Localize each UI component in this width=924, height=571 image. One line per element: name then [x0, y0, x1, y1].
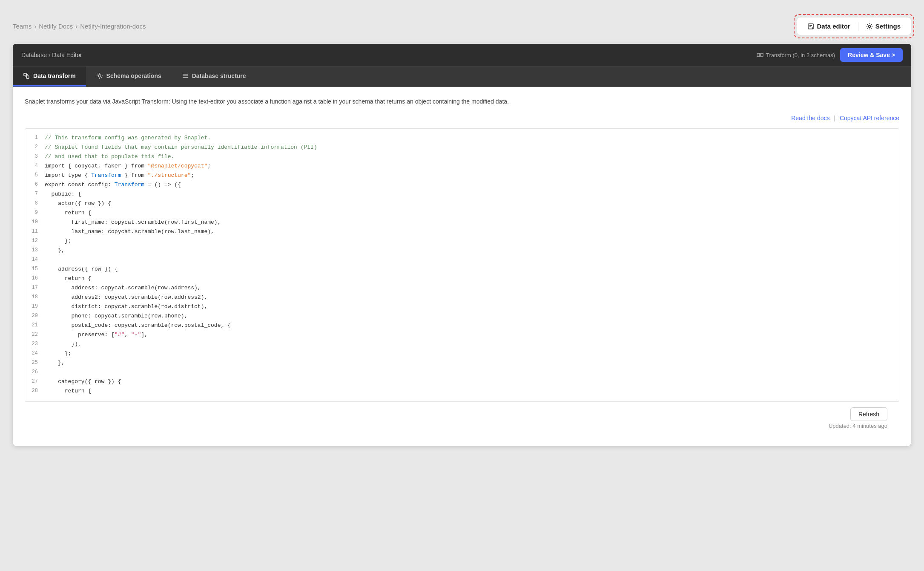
docs-links: Read the docs | Copycat API reference — [25, 115, 899, 121]
content-area: Snaplet transforms your data via JavaScr… — [13, 87, 911, 446]
read-docs-link[interactable]: Read the docs — [791, 115, 829, 121]
code-line: 18 address2: copycat.scramble(row.addres… — [25, 293, 899, 303]
review-save-label: Review & Save > — [848, 52, 895, 58]
code-line: 8 actor({ row }) { — [25, 199, 899, 209]
breadcrumb-sep1: › — [34, 23, 36, 30]
code-line: 5 import type { Transform } from "./stru… — [25, 171, 899, 181]
code-line: 17 address: copycat.scramble(row.address… — [25, 284, 899, 293]
code-editor[interactable]: 1 // This transform config was generated… — [25, 128, 899, 402]
code-line: 10 first_name: copycat.scramble(row.firs… — [25, 218, 899, 228]
tab-schema-operations[interactable]: Schema operations — [86, 66, 172, 87]
code-line: 27 category({ row }) { — [25, 378, 899, 387]
svg-point-3 — [868, 25, 870, 27]
db-breadcrumb: Database › Data Editor — [21, 52, 82, 58]
db-breadcrumb-text: Database › Data Editor — [21, 52, 82, 58]
code-line: 16 return { — [25, 274, 899, 284]
data-transform-tab-icon — [23, 72, 30, 79]
top-nav: Teams › Netlify Docs › Netlify-Integrati… — [13, 13, 911, 44]
code-line: 1 // This transform config was generated… — [25, 134, 899, 143]
code-line: 24 }; — [25, 349, 899, 359]
schema-ops-tab-icon — [96, 72, 103, 79]
code-line: 12 }; — [25, 237, 899, 246]
db-header: Database › Data Editor Transform (0, in … — [13, 44, 911, 66]
copycat-ref-link[interactable]: Copycat API reference — [840, 115, 899, 121]
footer-area: Refresh Updated: 4 minutes ago — [25, 402, 899, 436]
code-line: 3 // and used that to populate this file… — [25, 153, 899, 162]
db-header-right: Transform (0, in 2 schemas) Review & Sav… — [757, 48, 903, 62]
svg-rect-7 — [26, 76, 29, 78]
code-line: 6 export const config: Transform = () =>… — [25, 181, 899, 190]
code-line: 26 — [25, 368, 899, 378]
review-save-button[interactable]: Review & Save > — [840, 48, 903, 62]
code-line: 28 return { — [25, 387, 899, 396]
code-line: 19 district: copycat.scramble(row.distri… — [25, 303, 899, 312]
footer-right: Refresh Updated: 4 minutes ago — [829, 407, 887, 429]
tab-bar: Data transform Schema operations Databas… — [13, 66, 911, 87]
settings-label: Settings — [875, 23, 901, 30]
main-container: Database › Data Editor Transform (0, in … — [13, 44, 911, 446]
tab-schema-operations-label: Schema operations — [106, 72, 161, 79]
code-line: 25 }, — [25, 359, 899, 368]
updated-text: Updated: 4 minutes ago — [829, 423, 887, 429]
top-actions-panel: Data editor Settings — [797, 17, 911, 35]
code-line: 9 return { — [25, 209, 899, 218]
gear-icon — [866, 23, 873, 30]
settings-button[interactable]: Settings — [863, 21, 904, 32]
code-line: 14 — [25, 256, 899, 265]
svg-rect-4 — [757, 53, 760, 57]
code-line: 21 postal_code: copycat.scramble(row.pos… — [25, 321, 899, 331]
nav-divider — [858, 22, 858, 31]
transform-badge-text: Transform (0, in 2 schemas) — [766, 52, 835, 58]
data-editor-icon — [807, 23, 814, 30]
tab-data-transform[interactable]: Data transform — [13, 66, 86, 87]
breadcrumb-teams[interactable]: Teams — [13, 23, 32, 30]
docs-separator: | — [834, 115, 835, 121]
code-line: 20 phone: copycat.scramble(row.phone), — [25, 312, 899, 321]
transform-badge: Transform (0, in 2 schemas) — [757, 52, 835, 58]
code-line: 22 preserve: ["#", "-"], — [25, 331, 899, 340]
data-editor-button[interactable]: Data editor — [804, 21, 853, 32]
code-line: 7 public: { — [25, 190, 899, 199]
breadcrumb-netlify-docs[interactable]: Netlify Docs — [39, 23, 73, 30]
tab-database-structure-label: Database structure — [192, 72, 246, 79]
code-line: 4 import { copycat, faker } from "@snapl… — [25, 162, 899, 171]
svg-point-10 — [98, 75, 101, 77]
code-line: 13 }, — [25, 246, 899, 256]
description-text: Snaplet transforms your data via JavaScr… — [25, 97, 899, 106]
code-line: 11 last_name: copycat.scramble(row.last_… — [25, 228, 899, 237]
tab-database-structure[interactable]: Database structure — [172, 66, 256, 87]
code-line: 23 }), — [25, 340, 899, 349]
code-line: 2 // Snaplet found fields that may conta… — [25, 143, 899, 153]
data-editor-label: Data editor — [817, 23, 850, 30]
db-structure-tab-icon — [182, 72, 189, 79]
breadcrumb: Teams › Netlify Docs › Netlify-Integrati… — [13, 23, 146, 30]
breadcrumb-integration[interactable]: Netlify-Integration-docs — [80, 23, 146, 30]
svg-rect-5 — [760, 53, 763, 57]
svg-rect-6 — [24, 73, 26, 76]
tab-data-transform-label: Data transform — [33, 72, 76, 79]
code-line: 15 address({ row }) { — [25, 265, 899, 274]
refresh-button[interactable]: Refresh — [850, 407, 887, 421]
transform-icon — [757, 52, 763, 58]
breadcrumb-sep2: › — [75, 23, 77, 30]
